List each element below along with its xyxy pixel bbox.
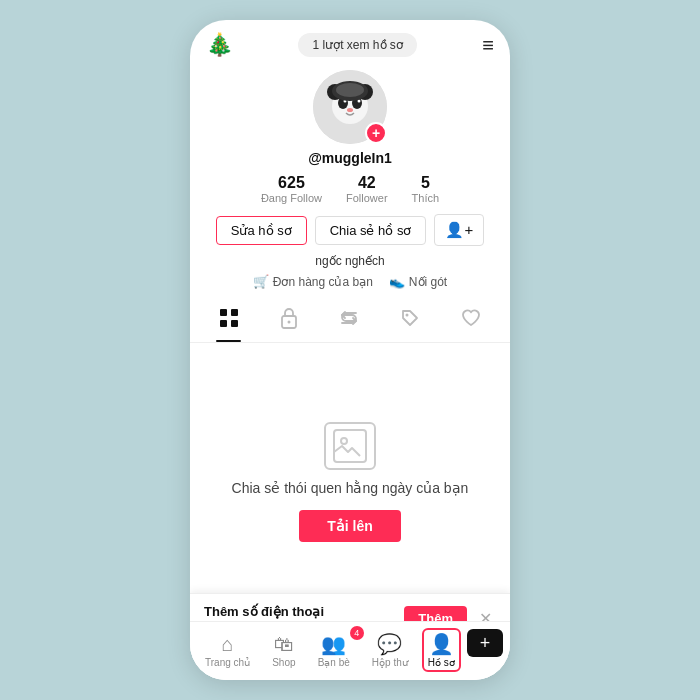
nav-home-label: Trang chủ (205, 657, 250, 668)
content-area: Chia sẻ thói quen hằng ngày của bạn Tải … (190, 343, 510, 621)
friends-badge: 4 (350, 626, 364, 640)
nav-inbox-label: Hộp thư (372, 657, 408, 668)
tab-liked[interactable] (450, 299, 492, 342)
svg-rect-14 (231, 320, 238, 327)
svg-point-19 (341, 438, 347, 444)
views-pill[interactable]: 1 lượt xem hồ sơ (298, 33, 416, 57)
edit-profile-button[interactable]: Sửa hồ sơ (216, 216, 307, 245)
stats-row: 625 Đang Follow 42 Follower 5 Thích (261, 174, 439, 204)
likes-count: 5 (421, 174, 430, 192)
connections-link[interactable]: 👟 Nối gót (389, 274, 447, 289)
svg-point-17 (406, 314, 409, 317)
svg-point-16 (287, 321, 290, 324)
connections-label: Nối gót (409, 275, 447, 289)
tab-tagged[interactable] (389, 299, 431, 342)
add-friend-button[interactable]: 👤+ (434, 214, 484, 246)
username: @muggleIn1 (308, 150, 392, 166)
footprint-icon: 👟 (389, 274, 405, 289)
avatar-wrap: + (313, 70, 387, 144)
tabs-row (190, 299, 510, 343)
svg-rect-13 (220, 320, 227, 327)
cart-icon: 🛒 (253, 274, 269, 289)
nav-profile[interactable]: 👤 Hồ sơ (422, 628, 461, 672)
avatar-plus-button[interactable]: + (365, 122, 387, 144)
nav-home[interactable]: ⌂ Trang chủ (197, 631, 258, 670)
svg-point-8 (347, 108, 353, 112)
tree-icon: 🎄 (206, 32, 233, 58)
action-row: Sửa hồ sơ Chia sẻ hồ sơ 👤+ (216, 214, 484, 246)
inbox-icon: 💬 (377, 632, 402, 656)
orders-link[interactable]: 🛒 Đơn hàng của bạn (253, 274, 373, 289)
bottom-nav: ⌂ Trang chủ 🛍 Shop 👥 4 Bạn bè 💬 Hộp thư … (190, 621, 510, 680)
empty-text: Chia sẻ thói quen hằng ngày của bạn (232, 480, 469, 496)
orders-label: Đơn hàng của bạn (273, 275, 373, 289)
shop-icon: 🛍 (274, 633, 294, 656)
home-icon: ⌂ (222, 633, 234, 656)
banner-title: Thêm số điện thoại (204, 604, 404, 619)
upload-button[interactable]: Tải lên (299, 510, 401, 542)
plus-icon: + (480, 633, 491, 654)
svg-point-10 (336, 83, 364, 97)
following-count: 625 (278, 174, 305, 192)
tab-repost[interactable] (328, 299, 370, 342)
create-button[interactable]: + (467, 629, 503, 657)
nav-shop-label: Shop (272, 657, 295, 668)
stat-likes[interactable]: 5 Thích (412, 174, 440, 204)
add-friend-icon: 👤+ (445, 221, 473, 239)
friends-icon: 👥 (321, 632, 346, 656)
menu-icon[interactable]: ≡ (482, 34, 494, 57)
svg-rect-18 (334, 430, 366, 462)
nav-friends-label: Bạn bè (318, 657, 350, 668)
follower-count: 42 (358, 174, 376, 192)
nav-profile-label: Hồ sơ (428, 657, 455, 668)
stat-follower[interactable]: 42 Follower (346, 174, 388, 204)
bio: ngốc nghếch (315, 254, 384, 268)
profile-nav-icon: 👤 (429, 632, 454, 656)
empty-image-placeholder (324, 422, 376, 470)
nav-inbox[interactable]: 💬 Hộp thư (364, 630, 416, 670)
svg-rect-11 (220, 309, 227, 316)
stat-following[interactable]: 625 Đang Follow (261, 174, 322, 204)
tab-private[interactable] (269, 299, 309, 342)
top-bar: 🎄 1 lượt xem hồ sơ ≡ (190, 20, 510, 62)
follower-label: Follower (346, 192, 388, 204)
share-profile-button[interactable]: Chia sẻ hồ sơ (315, 216, 427, 245)
following-label: Đang Follow (261, 192, 322, 204)
tab-grid[interactable] (208, 299, 250, 342)
nav-friends[interactable]: 👥 4 Bạn bè (310, 630, 358, 670)
likes-label: Thích (412, 192, 440, 204)
profile-section: + @muggleIn1 625 Đang Follow 42 Follower… (190, 62, 510, 299)
profile-links: 🛒 Đơn hàng của bạn 👟 Nối gót (253, 274, 447, 289)
nav-shop[interactable]: 🛍 Shop (264, 631, 303, 670)
svg-rect-12 (231, 309, 238, 316)
